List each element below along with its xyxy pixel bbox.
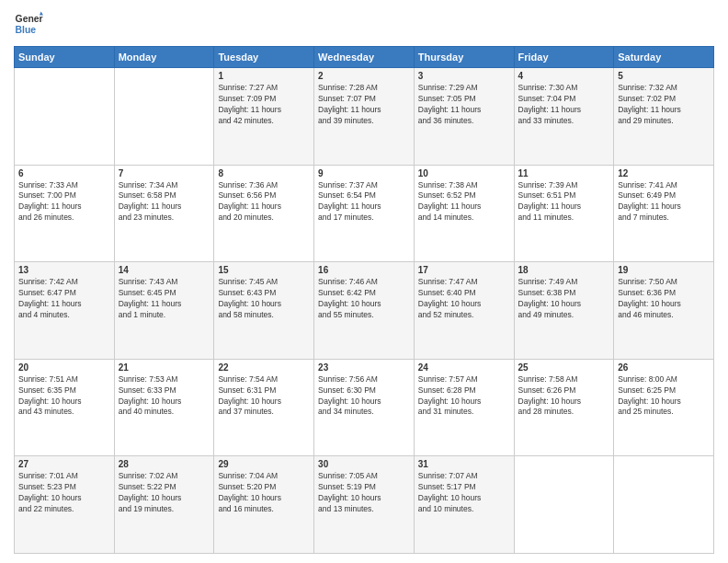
day-number: 19 (618, 265, 710, 275)
calendar-cell: 3Sunrise: 7:29 AM Sunset: 7:05 PM Daylig… (414, 68, 514, 166)
day-number: 17 (418, 265, 510, 275)
calendar-week-row: 6Sunrise: 7:33 AM Sunset: 7:00 PM Daylig… (15, 165, 714, 262)
calendar-cell: 1Sunrise: 7:27 AM Sunset: 7:09 PM Daylig… (214, 68, 314, 166)
calendar-cell (614, 456, 714, 554)
day-info: Sunrise: 7:58 AM Sunset: 6:26 PM Dayligh… (518, 374, 610, 419)
day-info: Sunrise: 7:36 AM Sunset: 6:56 PM Dayligh… (218, 180, 310, 224)
day-info: Sunrise: 7:02 AM Sunset: 5:22 PM Dayligh… (119, 471, 210, 515)
day-number: 8 (218, 168, 310, 178)
day-info: Sunrise: 7:45 AM Sunset: 6:43 PM Dayligh… (218, 277, 310, 321)
svg-marker-2 (40, 11, 43, 15)
day-number: 2 (318, 71, 410, 81)
day-header-friday: Friday (514, 47, 614, 68)
header: General Blue (14, 9, 714, 39)
day-number: 13 (18, 265, 110, 275)
calendar-cell: 26Sunrise: 8:00 AM Sunset: 6:25 PM Dayli… (614, 359, 714, 456)
calendar-cell: 2Sunrise: 7:28 AM Sunset: 7:07 PM Daylig… (314, 68, 415, 166)
calendar-week-row: 1Sunrise: 7:27 AM Sunset: 7:09 PM Daylig… (15, 68, 714, 166)
day-info: Sunrise: 7:42 AM Sunset: 6:47 PM Dayligh… (18, 277, 110, 321)
calendar-cell (514, 456, 614, 554)
day-number: 26 (618, 362, 710, 373)
day-info: Sunrise: 7:32 AM Sunset: 7:02 PM Dayligh… (618, 83, 710, 127)
day-info: Sunrise: 8:00 AM Sunset: 6:25 PM Dayligh… (618, 374, 710, 419)
calendar-cell: 19Sunrise: 7:50 AM Sunset: 6:36 PM Dayli… (614, 262, 714, 360)
day-info: Sunrise: 7:01 AM Sunset: 5:23 PM Dayligh… (18, 471, 110, 515)
day-number: 14 (119, 265, 210, 275)
day-info: Sunrise: 7:39 AM Sunset: 6:51 PM Dayligh… (518, 180, 610, 224)
calendar-cell: 28Sunrise: 7:02 AM Sunset: 5:22 PM Dayli… (114, 456, 214, 554)
day-info: Sunrise: 7:51 AM Sunset: 6:35 PM Dayligh… (18, 374, 110, 419)
day-header-tuesday: Tuesday (214, 47, 314, 68)
day-info: Sunrise: 7:43 AM Sunset: 6:45 PM Dayligh… (119, 277, 210, 321)
svg-text:General: General (16, 14, 43, 24)
day-header-saturday: Saturday (614, 47, 714, 68)
day-info: Sunrise: 7:33 AM Sunset: 7:00 PM Dayligh… (18, 180, 110, 224)
calendar-cell: 23Sunrise: 7:56 AM Sunset: 6:30 PM Dayli… (314, 359, 415, 456)
calendar-header-row: SundayMondayTuesdayWednesdayThursdayFrid… (15, 47, 714, 68)
day-number: 5 (618, 71, 710, 81)
calendar-table: SundayMondayTuesdayWednesdayThursdayFrid… (14, 46, 714, 554)
calendar-cell: 18Sunrise: 7:49 AM Sunset: 6:38 PM Dayli… (514, 262, 614, 360)
calendar-cell (114, 68, 214, 166)
calendar-cell: 10Sunrise: 7:38 AM Sunset: 6:52 PM Dayli… (414, 165, 514, 262)
day-number: 24 (418, 362, 510, 373)
calendar-cell: 24Sunrise: 7:57 AM Sunset: 6:28 PM Dayli… (414, 359, 514, 456)
day-info: Sunrise: 7:28 AM Sunset: 7:07 PM Dayligh… (318, 83, 410, 127)
calendar-cell: 7Sunrise: 7:34 AM Sunset: 6:58 PM Daylig… (114, 165, 214, 262)
calendar-cell: 5Sunrise: 7:32 AM Sunset: 7:02 PM Daylig… (614, 68, 714, 166)
day-header-sunday: Sunday (15, 47, 115, 68)
day-number: 4 (518, 71, 610, 81)
calendar-week-row: 27Sunrise: 7:01 AM Sunset: 5:23 PM Dayli… (15, 456, 714, 554)
calendar-cell (15, 68, 115, 166)
day-number: 3 (418, 71, 510, 81)
day-info: Sunrise: 7:41 AM Sunset: 6:49 PM Dayligh… (618, 180, 710, 224)
page: General Blue SundayMondayTuesdayWednesda… (0, 0, 728, 563)
calendar-cell: 6Sunrise: 7:33 AM Sunset: 7:00 PM Daylig… (15, 165, 115, 262)
day-number: 11 (518, 168, 610, 178)
day-info: Sunrise: 7:47 AM Sunset: 6:40 PM Dayligh… (418, 277, 510, 321)
svg-text:Blue: Blue (16, 25, 37, 35)
day-number: 7 (119, 168, 210, 178)
day-info: Sunrise: 7:50 AM Sunset: 6:36 PM Dayligh… (618, 277, 710, 321)
day-number: 21 (119, 362, 210, 373)
day-info: Sunrise: 7:29 AM Sunset: 7:05 PM Dayligh… (418, 83, 510, 127)
day-number: 28 (119, 459, 210, 469)
calendar-cell: 27Sunrise: 7:01 AM Sunset: 5:23 PM Dayli… (15, 456, 115, 554)
day-info: Sunrise: 7:53 AM Sunset: 6:33 PM Dayligh… (119, 374, 210, 419)
calendar-cell: 15Sunrise: 7:45 AM Sunset: 6:43 PM Dayli… (214, 262, 314, 360)
calendar-cell: 25Sunrise: 7:58 AM Sunset: 6:26 PM Dayli… (514, 359, 614, 456)
day-info: Sunrise: 7:07 AM Sunset: 5:17 PM Dayligh… (418, 471, 510, 515)
day-number: 20 (18, 362, 110, 373)
day-number: 9 (318, 168, 410, 178)
day-info: Sunrise: 7:04 AM Sunset: 5:20 PM Dayligh… (218, 471, 310, 515)
day-number: 15 (218, 265, 310, 275)
calendar-cell: 20Sunrise: 7:51 AM Sunset: 6:35 PM Dayli… (15, 359, 115, 456)
day-info: Sunrise: 7:27 AM Sunset: 7:09 PM Dayligh… (218, 83, 310, 127)
day-header-wednesday: Wednesday (314, 47, 415, 68)
day-info: Sunrise: 7:38 AM Sunset: 6:52 PM Dayligh… (418, 180, 510, 224)
day-number: 6 (18, 168, 110, 178)
calendar-cell: 16Sunrise: 7:46 AM Sunset: 6:42 PM Dayli… (314, 262, 415, 360)
day-info: Sunrise: 7:56 AM Sunset: 6:30 PM Dayligh… (318, 374, 410, 419)
day-info: Sunrise: 7:46 AM Sunset: 6:42 PM Dayligh… (318, 277, 410, 321)
calendar-cell: 21Sunrise: 7:53 AM Sunset: 6:33 PM Dayli… (114, 359, 214, 456)
calendar-cell: 11Sunrise: 7:39 AM Sunset: 6:51 PM Dayli… (514, 165, 614, 262)
day-number: 16 (318, 265, 410, 275)
calendar-cell: 30Sunrise: 7:05 AM Sunset: 5:19 PM Dayli… (314, 456, 415, 554)
day-number: 27 (18, 459, 110, 469)
day-info: Sunrise: 7:54 AM Sunset: 6:31 PM Dayligh… (218, 374, 310, 419)
logo-icon: General Blue (14, 9, 43, 39)
day-info: Sunrise: 7:57 AM Sunset: 6:28 PM Dayligh… (418, 374, 510, 419)
day-number: 18 (518, 265, 610, 275)
calendar-cell: 17Sunrise: 7:47 AM Sunset: 6:40 PM Dayli… (414, 262, 514, 360)
calendar-week-row: 20Sunrise: 7:51 AM Sunset: 6:35 PM Dayli… (15, 359, 714, 456)
calendar-cell: 29Sunrise: 7:04 AM Sunset: 5:20 PM Dayli… (214, 456, 314, 554)
calendar-cell: 8Sunrise: 7:36 AM Sunset: 6:56 PM Daylig… (214, 165, 314, 262)
calendar-week-row: 13Sunrise: 7:42 AM Sunset: 6:47 PM Dayli… (15, 262, 714, 360)
day-number: 23 (318, 362, 410, 373)
day-header-monday: Monday (114, 47, 214, 68)
day-number: 25 (518, 362, 610, 373)
calendar-cell: 12Sunrise: 7:41 AM Sunset: 6:49 PM Dayli… (614, 165, 714, 262)
day-header-thursday: Thursday (414, 47, 514, 68)
calendar-cell: 4Sunrise: 7:30 AM Sunset: 7:04 PM Daylig… (514, 68, 614, 166)
